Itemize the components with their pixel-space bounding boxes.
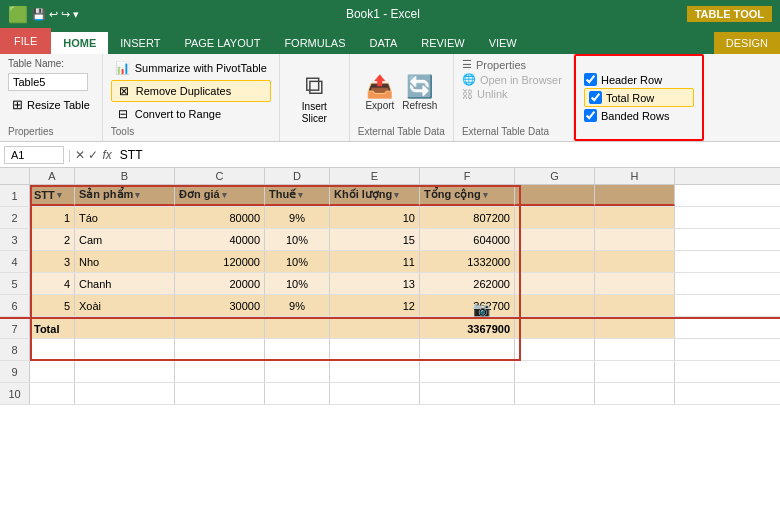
cell-4f[interactable]: 1332000 bbox=[420, 251, 515, 272]
banded-rows-option[interactable]: Banded Rows bbox=[584, 109, 694, 122]
total-label[interactable]: Total bbox=[30, 319, 75, 338]
cell-7d[interactable] bbox=[265, 319, 330, 338]
cell-5g[interactable] bbox=[515, 273, 595, 294]
properties-button[interactable]: ☰ Properties bbox=[462, 58, 565, 71]
cell-7b[interactable] bbox=[75, 319, 175, 338]
cell-2h[interactable] bbox=[595, 207, 675, 228]
cell-8b[interactable] bbox=[75, 339, 175, 360]
cell-7g[interactable] bbox=[515, 319, 595, 338]
cell-4a[interactable]: 3 bbox=[30, 251, 75, 272]
tab-view[interactable]: VIEW bbox=[477, 32, 529, 54]
total-row-option[interactable]: Total Row bbox=[584, 88, 694, 107]
stt-dropdown[interactable]: ▾ bbox=[57, 190, 62, 200]
cell-3f[interactable]: 604000 bbox=[420, 229, 515, 250]
cell-2d[interactable]: 9% bbox=[265, 207, 330, 228]
cell-10a[interactable] bbox=[30, 383, 75, 404]
header-khoiluong[interactable]: Khối lượng▾ bbox=[330, 185, 420, 206]
insert-slicer-button[interactable]: ⧉ InsertSlicer bbox=[298, 66, 331, 129]
cell-6h[interactable] bbox=[595, 295, 675, 316]
cell-4b[interactable]: Nho bbox=[75, 251, 175, 272]
cell-4c[interactable]: 120000 bbox=[175, 251, 265, 272]
cell-5d[interactable]: 10% bbox=[265, 273, 330, 294]
export-button[interactable]: 📤 Export bbox=[365, 74, 394, 111]
cell-10c[interactable] bbox=[175, 383, 265, 404]
dongia-dropdown[interactable]: ▾ bbox=[222, 190, 227, 200]
header-row-checkbox[interactable] bbox=[584, 73, 597, 86]
refresh-button[interactable]: 🔄 Refresh bbox=[402, 74, 437, 111]
cell-2b[interactable]: Táo bbox=[75, 207, 175, 228]
cell-10g[interactable] bbox=[515, 383, 595, 404]
khoiluong-dropdown[interactable]: ▾ bbox=[394, 190, 399, 200]
banded-rows-checkbox[interactable] bbox=[584, 109, 597, 122]
cell-8f[interactable] bbox=[420, 339, 515, 360]
cell-7c[interactable] bbox=[175, 319, 265, 338]
cell-8e[interactable] bbox=[330, 339, 420, 360]
cell-9g[interactable] bbox=[515, 361, 595, 382]
cell-4d[interactable]: 10% bbox=[265, 251, 330, 272]
cell-reference[interactable]: A1 bbox=[4, 146, 64, 164]
cell-5h[interactable] bbox=[595, 273, 675, 294]
tab-insert[interactable]: INSERT bbox=[108, 32, 172, 54]
cell-2c[interactable]: 80000 bbox=[175, 207, 265, 228]
cell-5c[interactable]: 20000 bbox=[175, 273, 265, 294]
cell-3h[interactable] bbox=[595, 229, 675, 250]
cell-9b[interactable] bbox=[75, 361, 175, 382]
tab-page-layout[interactable]: PAGE LAYOUT bbox=[172, 32, 272, 54]
cell-9h[interactable] bbox=[595, 361, 675, 382]
tab-home[interactable]: HOME bbox=[51, 32, 108, 54]
tab-data[interactable]: DATA bbox=[358, 32, 410, 54]
cell-10d[interactable] bbox=[265, 383, 330, 404]
cell-8a[interactable] bbox=[30, 339, 75, 360]
cell-10e[interactable] bbox=[330, 383, 420, 404]
cell-10h[interactable] bbox=[595, 383, 675, 404]
tongcong-dropdown[interactable]: ▾ bbox=[483, 190, 488, 200]
cell-8c[interactable] bbox=[175, 339, 265, 360]
cell-6a[interactable]: 5 bbox=[30, 295, 75, 316]
header-thue[interactable]: Thuế▾ bbox=[265, 185, 330, 206]
cell-6e[interactable]: 12 bbox=[330, 295, 420, 316]
cell-2f[interactable]: 807200 bbox=[420, 207, 515, 228]
cell-5b[interactable]: Chanh bbox=[75, 273, 175, 294]
cell-9e[interactable] bbox=[330, 361, 420, 382]
sanpham-dropdown[interactable]: ▾ bbox=[135, 190, 140, 200]
cell-3d[interactable]: 10% bbox=[265, 229, 330, 250]
cell-10f[interactable] bbox=[420, 383, 515, 404]
cell-6f[interactable]: 362700 bbox=[420, 295, 515, 316]
cell-3a[interactable]: 2 bbox=[30, 229, 75, 250]
cell-5e[interactable]: 13 bbox=[330, 273, 420, 294]
cell-2e[interactable]: 10 bbox=[330, 207, 420, 228]
cell-1g[interactable] bbox=[515, 185, 595, 206]
table-name-input[interactable] bbox=[8, 73, 88, 91]
header-sanpham[interactable]: Sản phẩm▾ bbox=[75, 185, 175, 206]
cell-7e[interactable] bbox=[330, 319, 420, 338]
total-tongcong[interactable]: 3367900 bbox=[420, 319, 515, 338]
cell-4g[interactable] bbox=[515, 251, 595, 272]
cell-6b[interactable]: Xoài bbox=[75, 295, 175, 316]
header-tongcong[interactable]: Tổng cộng▾ bbox=[420, 185, 515, 206]
cell-8d[interactable] bbox=[265, 339, 330, 360]
cell-6c[interactable]: 30000 bbox=[175, 295, 265, 316]
header-stt[interactable]: STT▾ bbox=[30, 185, 75, 206]
header-dongia[interactable]: Đơn giá▾ bbox=[175, 185, 265, 206]
cell-10b[interactable] bbox=[75, 383, 175, 404]
header-row-option[interactable]: Header Row bbox=[584, 73, 694, 86]
cell-8g[interactable] bbox=[515, 339, 595, 360]
cell-2g[interactable] bbox=[515, 207, 595, 228]
cell-9a[interactable] bbox=[30, 361, 75, 382]
formula-input[interactable] bbox=[116, 148, 776, 162]
cell-1h[interactable] bbox=[595, 185, 675, 206]
tab-file[interactable]: FILE bbox=[0, 28, 51, 54]
cell-5f[interactable]: 262000 bbox=[420, 273, 515, 294]
cell-4h[interactable] bbox=[595, 251, 675, 272]
tab-review[interactable]: REVIEW bbox=[409, 32, 476, 54]
resize-table-button[interactable]: ⊞ Resize Table bbox=[8, 95, 94, 114]
cell-9d[interactable] bbox=[265, 361, 330, 382]
thue-dropdown[interactable]: ▾ bbox=[298, 190, 303, 200]
cell-6d[interactable]: 9% bbox=[265, 295, 330, 316]
summarize-pivot-button[interactable]: 📊 Summarize with PivotTable bbox=[111, 58, 271, 78]
tab-design[interactable]: DESIGN bbox=[714, 32, 780, 54]
convert-to-range-button[interactable]: ⊟ Convert to Range bbox=[111, 104, 271, 124]
total-row-checkbox[interactable] bbox=[589, 91, 602, 104]
cell-3c[interactable]: 40000 bbox=[175, 229, 265, 250]
cell-2a[interactable]: 1 bbox=[30, 207, 75, 228]
